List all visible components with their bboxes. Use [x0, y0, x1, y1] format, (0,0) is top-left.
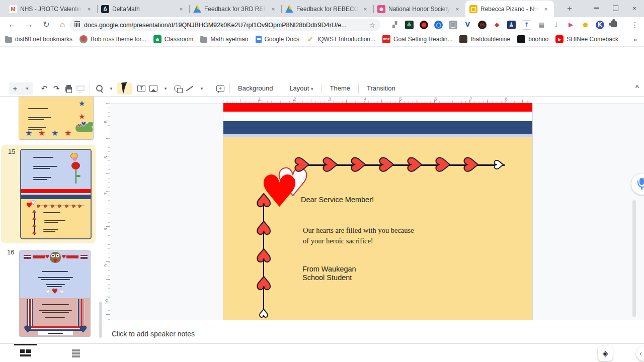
tab-close-icon[interactable]: ×	[361, 5, 369, 13]
minimize-button[interactable]	[587, 0, 606, 16]
mini-red-heart-icon: ♥	[45, 254, 50, 259]
zoom-caret[interactable]: ▾	[105, 82, 117, 95]
grid-extension-icon[interactable]: ▦	[537, 21, 546, 29]
tab-close-icon[interactable]: ×	[453, 5, 461, 13]
hruler-number: 7	[469, 97, 472, 102]
site-info-icon[interactable]	[74, 23, 80, 27]
slide-message-line2[interactable]: of your heroic sacrifice!	[303, 237, 373, 245]
stripe-block	[24, 255, 31, 259]
slide-signature-line2[interactable]: School Student	[302, 274, 352, 282]
background-button[interactable]: Background	[233, 82, 278, 94]
bookmark-6[interactable]: ✓IQWST Introduction...	[306, 35, 375, 43]
slide-15-thumbnail[interactable]: ♥♥♥♥♥♥♥♥♥♥♥♥♥	[20, 149, 92, 239]
voice-mic-widget[interactable]	[631, 173, 644, 195]
browser-menu-icon[interactable]: ⋮	[630, 19, 640, 30]
bookmark-7[interactable]: PDFGoal Setting Readin...	[382, 35, 452, 43]
bookmark-8[interactable]: thatdoublenine	[459, 35, 510, 43]
address-bar[interactable]: docs.google.com/presentation/d/19QNJBHGM…	[69, 19, 380, 31]
close-window-button[interactable]: ×	[625, 0, 644, 16]
explore-button[interactable]: ◈	[598, 346, 613, 361]
bookmark-10[interactable]: ▶SHINee Comeback	[555, 35, 618, 43]
insert-shape-button[interactable]	[172, 82, 184, 95]
browser-tab-1[interactable]: MNHS - JROTC Valentines×	[5, 1, 97, 17]
slide-15-row-selected[interactable]: 15 ♥♥♥♥♥♥♥♥♥♥♥♥♥	[1, 145, 96, 243]
restore-button[interactable]	[606, 0, 625, 16]
tab-close-icon[interactable]: ×	[542, 5, 550, 13]
bookmark-4[interactable]: Math ayelmao	[200, 36, 248, 43]
upload-extension-icon[interactable]: ↑	[522, 20, 531, 30]
new-tab-button[interactable]: +	[564, 3, 576, 15]
kami-extension-icon[interactable]: K	[596, 21, 604, 29]
reload-button[interactable]: ↻	[40, 19, 52, 31]
paint-format-button[interactable]	[74, 82, 87, 95]
redo-button[interactable]: ↷	[50, 82, 62, 95]
view-mode-indicator	[14, 344, 37, 345]
speaker-notes-placeholder[interactable]: Click to add speaker notes	[112, 330, 195, 338]
toolbar-divider	[90, 83, 90, 94]
slide-signature-line1[interactable]: From Waukegan	[302, 265, 356, 273]
print-button[interactable]	[62, 82, 74, 95]
transition-button[interactable]: Transition	[362, 82, 400, 94]
tab-list: MNHS - JROTC Valentines×ΔDeltaMath×Feedb…	[5, 0, 554, 17]
shield-extension-icon[interactable]: ○	[434, 21, 443, 29]
bookmark-3[interactable]: ☻Classroom	[153, 35, 193, 43]
browser-tab-4[interactable]: Feedback for REBECCA×	[281, 1, 373, 17]
activity-bars-extension-icon[interactable]: ▞	[390, 21, 399, 29]
slide-14-thumbnail[interactable]: ★★★★★★♥♥	[19, 97, 94, 140]
toolbar-divider	[211, 83, 211, 94]
slide-greeting-text[interactable]: Dear Service Member!	[301, 196, 374, 204]
browser-tab-5[interactable]: ☻National Honor Society×	[373, 1, 465, 17]
home-button[interactable]: ⌂	[56, 19, 68, 31]
target-extension-icon[interactable]: ◎	[478, 21, 487, 29]
v-extension-icon[interactable]: V	[463, 21, 472, 29]
grid-view-button[interactable]	[72, 349, 83, 357]
tab-close-icon[interactable]: ×	[269, 5, 277, 13]
insert-comment-button[interactable]: +	[214, 82, 226, 95]
new-slide-button[interactable]: +	[9, 82, 21, 95]
arrow-heart-icon: ♥	[434, 156, 453, 173]
browser-tab-2[interactable]: ΔDeltaMath×	[97, 1, 189, 17]
zoom-button[interactable]	[93, 82, 105, 95]
bookmark-1[interactable]: dist60.net bookmarks	[5, 36, 72, 43]
browser-tab-6[interactable]: Rebecca Pizano - NHS -×	[465, 1, 554, 17]
slide-16-thumbnail[interactable]: ♥♥♥♥♥♥♥♥	[19, 250, 91, 337]
forward-button[interactable]: →	[23, 19, 35, 31]
new-slide-caret[interactable]: ▾	[21, 82, 33, 95]
bookmark-2[interactable]: Bob ross theme for...	[79, 35, 146, 43]
tab-close-icon[interactable]: ×	[177, 5, 185, 13]
tab-close-icon[interactable]: ×	[85, 5, 93, 13]
bookmark-5[interactable]: Google Docs	[256, 36, 299, 43]
window-controls: ×	[587, 0, 644, 16]
line-caret[interactable]: ▾	[196, 82, 208, 95]
extensions-puzzle-icon[interactable]	[611, 21, 617, 27]
collapse-toolbar-chevron[interactable]: ^	[635, 83, 639, 91]
bookmark-9[interactable]: boohoo	[517, 35, 548, 43]
record-extension-icon[interactable]: ●	[420, 21, 428, 29]
browser-tab-3[interactable]: Feedback for 3RD REBEC×	[189, 1, 281, 17]
undo-button[interactable]: ↶	[38, 82, 50, 95]
pages-extension-icon[interactable]: □	[449, 21, 457, 29]
back-button[interactable]: ←	[6, 19, 18, 31]
text-box-button[interactable]: T	[135, 82, 147, 95]
filmstrip-scrollbar[interactable]	[99, 302, 102, 338]
slide-editor[interactable]: ♥ ♥ ♥♥♥♥♥♥♥♥ ♥♥♥♥♥ Dear Service Member! …	[223, 103, 533, 320]
slide-message-line1[interactable]: Our hearts are filled with you because	[303, 226, 414, 235]
slide-16-row[interactable]: 16 ♥♥♥♥♥♥♥♥	[0, 245, 96, 341]
gem-extension-icon[interactable]: ◆	[493, 21, 501, 29]
insert-image-button[interactable]	[147, 82, 159, 95]
portrait-extension-icon[interactable]: ♟	[507, 21, 516, 29]
mic-extension-icon[interactable]: ♩	[552, 21, 560, 29]
select-tool-button[interactable]	[117, 82, 132, 95]
thumb-extension-icon[interactable]: ●	[581, 21, 590, 29]
filmstrip-view-button[interactable]	[20, 349, 31, 357]
bookmarks-overflow-chevron[interactable]: »	[633, 36, 637, 43]
image-caret[interactable]: ▾	[159, 82, 172, 95]
layout-button[interactable]: Layout ▾	[284, 82, 318, 94]
theme-button[interactable]: Theme	[325, 82, 355, 94]
insert-line-button[interactable]	[184, 82, 196, 95]
bookmark-star-icon[interactable]: ☆	[369, 21, 375, 29]
forest-extension-icon[interactable]: ♣	[405, 21, 414, 29]
canvas-scrollbar[interactable]	[632, 200, 636, 317]
play-extension-icon[interactable]: ▶	[567, 21, 575, 29]
speaker-notes-area[interactable]: Click to add speaker notes	[104, 326, 644, 344]
